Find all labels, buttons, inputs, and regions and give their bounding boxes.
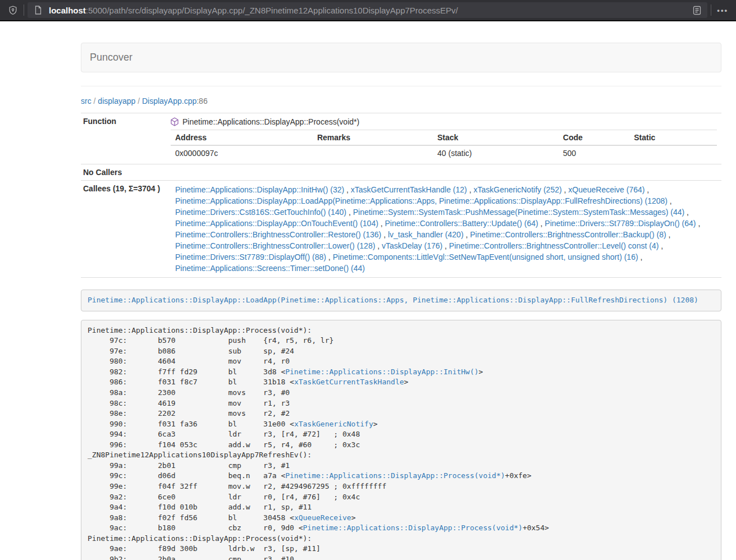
callee-link[interactable]: Pinetime::Controllers::BrightnessControl… [449, 241, 659, 250]
url-bar[interactable]: localhost:5000/path/src/displayapp/Displ… [28, 2, 707, 18]
metrics-data-row: 0x0000097c 40 (static) 500 [171, 145, 717, 160]
callee-link[interactable]: Pinetime::Controllers::BrightnessControl… [470, 230, 666, 239]
callee-link[interactable]: Pinetime::Applications::DisplayApp::Load… [175, 196, 668, 205]
remarks-value [313, 145, 433, 160]
function-row: Function Pinetime::Applications::Display… [81, 113, 721, 164]
function-label: Function [81, 113, 166, 164]
callees-label: Callees (19, Σ=3704 ) [81, 181, 166, 278]
callee-separator: , [326, 253, 333, 261]
code-symbol-link[interactable]: Pinetime::Applications::DisplayApp::Proc… [285, 471, 505, 480]
callee-link[interactable]: Pinetime::Applications::Screens::Timer::… [175, 264, 365, 273]
callee-link[interactable]: Pinetime::Drivers::Cst816S::GetTouchInfo… [175, 208, 346, 217]
callee-link[interactable]: vTaskDelay (176) [382, 241, 442, 250]
callee-separator: , [562, 185, 569, 194]
breadcrumb-link[interactable]: src [81, 97, 92, 105]
callee-separator: , [381, 230, 388, 239]
callee-separator: , [666, 230, 671, 239]
breadcrumb-link[interactable]: DisplayApp.cpp [142, 97, 196, 105]
function-summary-table: Function Pinetime::Applications::Display… [81, 113, 721, 278]
url-text: localhost:5000/path/src/displayapp/Displ… [49, 6, 689, 15]
callee-link[interactable]: lv_task_handler (420) [388, 230, 464, 239]
breadcrumb-line-number: :86 [196, 97, 207, 105]
stack-value: 40 (static) [433, 145, 559, 160]
header-divider [81, 86, 721, 86]
column-remarks: Remarks [313, 130, 433, 146]
code-symbol-link[interactable]: xQueueReceive [294, 513, 351, 522]
browser-toolbar: localhost:5000/path/src/displayapp/Displ… [0, 0, 736, 21]
highlighted-symbol-well: Pinetime::Applications::DisplayApp::Load… [81, 290, 721, 311]
column-static: Static [629, 130, 717, 146]
callee-separator: , [538, 219, 545, 228]
function-cube-icon [171, 117, 179, 126]
callees-list: Pinetime::Applications::DisplayApp::Init… [175, 184, 717, 274]
column-code: Code [559, 130, 629, 146]
function-name: Pinetime::Applications::DisplayApp::Proc… [182, 117, 359, 126]
toolbar-divider [24, 4, 24, 16]
breadcrumb: src / displayapp / DisplayApp.cpp:86 [81, 97, 721, 105]
code-symbol-link[interactable]: Pinetime::Applications::DisplayApp::Proc… [303, 524, 523, 532]
callee-separator: , [684, 208, 689, 217]
code-symbol-link[interactable]: xTaskGetCurrentTaskHandle [294, 378, 404, 386]
callee-link[interactable]: Pinetime::Controllers::BrightnessControl… [175, 241, 375, 250]
callee-link[interactable]: Pinetime::Applications::DisplayApp::OnTo… [175, 219, 378, 228]
callee-link[interactable]: xTaskGenericNotify (252) [473, 185, 561, 194]
callee-separator: , [442, 241, 449, 250]
app-brand[interactable]: Puncover [90, 52, 132, 63]
app-header: Puncover [81, 43, 721, 72]
callee-separator: , [378, 219, 385, 228]
callees-row: Callees (19, Σ=3704 ) Pinetime::Applicat… [81, 181, 721, 278]
callee-link[interactable]: Pinetime::Drivers::St7789::DisplayOn() (… [545, 219, 696, 228]
no-callers-label: No Callers [81, 164, 166, 181]
breadcrumb-separator: / [135, 97, 142, 105]
callee-link[interactable]: Pinetime::Drivers::St7789::DisplayOff() … [175, 253, 326, 261]
callee-link[interactable]: Pinetime::System::SystemTask::PushMessag… [353, 208, 685, 217]
url-host: localhost [49, 6, 86, 15]
callee-link[interactable]: Pinetime::Controllers::BrightnessControl… [175, 230, 381, 239]
callee-separator: , [346, 208, 353, 217]
overflow-menu-icon[interactable]: ••• [715, 6, 730, 15]
toolbar-divider-right [711, 4, 711, 16]
column-stack: Stack [433, 130, 559, 146]
callee-separator: , [638, 253, 643, 261]
code-value: 500 [559, 145, 629, 160]
callee-separator: , [464, 230, 470, 239]
callee-link[interactable]: Pinetime::Components::LittleVgl::SetNewT… [333, 253, 638, 261]
callee-link[interactable]: xQueueReceive (764) [568, 185, 644, 194]
metrics-header-row: Address Remarks Stack Code Static [171, 130, 717, 146]
callee-link[interactable]: Pinetime::Applications::DisplayApp::Init… [175, 185, 344, 194]
callee-separator: , [659, 241, 663, 250]
callee-link[interactable]: xTaskGetCurrentTaskHandle (12) [351, 185, 467, 194]
highlighted-symbol-link[interactable]: Pinetime::Applications::DisplayApp::Load… [88, 296, 698, 304]
code-symbol-link[interactable]: Pinetime::Applications::DisplayApp::Init… [285, 368, 478, 376]
breadcrumb-link[interactable]: displayapp [98, 97, 135, 105]
disassembly-pre: Pinetime::Applications::DisplayApp::Proc… [81, 320, 721, 560]
callee-separator: , [375, 241, 382, 250]
callee-separator: , [644, 185, 649, 194]
breadcrumb-separator: / [92, 97, 98, 105]
reader-mode-icon[interactable] [689, 3, 704, 17]
address-value: 0x0000097c [171, 145, 313, 160]
tracking-protection-shield-icon[interactable] [6, 3, 20, 17]
page-info-icon[interactable] [31, 3, 45, 17]
callee-link[interactable]: Pinetime::Controllers::Battery::Update()… [385, 219, 538, 228]
callee-separator: , [696, 219, 701, 228]
page-content: Puncover src / displayapp / DisplayApp.c… [81, 43, 721, 560]
function-metrics-table: Address Remarks Stack Code Static 0x0000… [171, 130, 717, 160]
column-address: Address [171, 130, 313, 146]
callee-separator: , [344, 185, 351, 194]
code-symbol-link[interactable]: xTaskGenericNotify [294, 420, 373, 428]
function-name-line: Pinetime::Applications::DisplayApp::Proc… [171, 117, 717, 128]
no-callers-row: No Callers [81, 164, 721, 181]
callee-separator: , [668, 196, 672, 205]
static-value [629, 145, 717, 160]
url-path: :5000/path/src/displayapp/DisplayApp.cpp… [86, 6, 458, 15]
callee-separator: , [467, 185, 474, 194]
